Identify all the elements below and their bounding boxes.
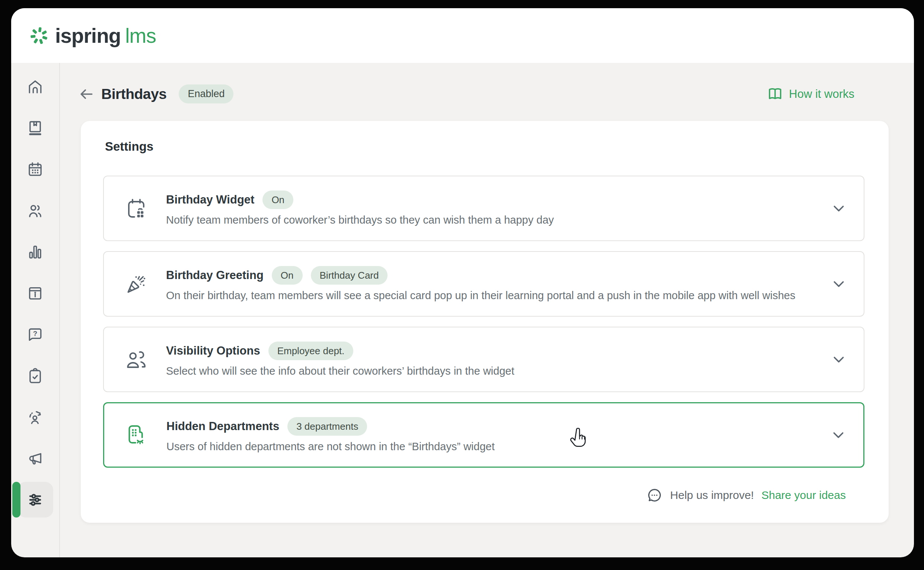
chat-question-icon: ?: [26, 326, 44, 343]
chevron-down-icon: [832, 202, 845, 215]
settings-cards: Birthday Widget On Notify team members o…: [103, 176, 864, 468]
card-title: Visibility Options: [166, 344, 260, 357]
sidebar-item-settings[interactable]: [17, 482, 53, 518]
card-body: Birthday Greeting On Birthday Card On th…: [166, 266, 821, 302]
sidebar-item-reports[interactable]: [17, 234, 53, 270]
page-title: Birthdays: [101, 86, 166, 102]
how-it-works-link[interactable]: How it works: [767, 86, 854, 102]
hidden-building-icon: [125, 423, 149, 447]
speech-bubble-dots-icon: [646, 487, 663, 503]
main-content: Birthdays Enabled How it works Settings: [61, 63, 914, 557]
feedback-footer: Help us improve! Share your ideas: [646, 487, 846, 503]
expand-chevron[interactable]: [832, 202, 845, 215]
calendar-icon: [26, 161, 44, 178]
back-arrow-icon: [78, 86, 95, 102]
card-description: Users of hidden departments are not show…: [166, 441, 821, 453]
sliders-icon: [26, 491, 44, 509]
card-badge: On: [272, 266, 303, 285]
card-title: Birthday Widget: [166, 193, 254, 207]
sidebar-nav: ?: [11, 63, 60, 557]
bar-chart-icon: [26, 243, 44, 261]
party-popper-icon: [124, 272, 148, 296]
clipboard-check-icon: [26, 367, 44, 385]
expand-chevron[interactable]: [832, 277, 845, 290]
settings-heading: Settings: [105, 139, 153, 154]
sidebar-item-users[interactable]: [17, 193, 53, 228]
card-badge: On: [262, 190, 293, 209]
card-badge: 3 departments: [287, 417, 367, 436]
card-visibility-options[interactable]: Visibility Options Employee dept. Select…: [103, 327, 864, 392]
ispring-lms-logo[interactable]: ispringlms: [29, 24, 156, 48]
top-bar: ispringlms: [11, 8, 914, 63]
card-description: Select who will see the info about their…: [166, 365, 821, 377]
active-indicator: [12, 482, 20, 518]
card-description: Notify team members of coworker’s birthd…: [166, 214, 821, 226]
people-icon: [124, 348, 148, 371]
sidebar-item-tasks[interactable]: [17, 358, 53, 394]
svg-text:?: ?: [33, 329, 37, 337]
expand-chevron[interactable]: [832, 429, 845, 441]
expand-chevron[interactable]: [832, 353, 845, 366]
card-body: Birthday Widget On Notify team members o…: [166, 190, 821, 226]
chevron-down-icon: [832, 353, 845, 366]
settings-panel: Settings: [81, 121, 889, 523]
sidebar-item-360-review[interactable]: [17, 399, 53, 435]
sidebar-item-home[interactable]: [17, 69, 53, 104]
chevron-down-icon: [832, 277, 845, 290]
logo-suffix: lms: [125, 24, 156, 48]
card-badge: Employee dept.: [269, 342, 354, 360]
status-badge: Enabled: [179, 84, 233, 103]
card-title: Hidden Departments: [166, 420, 279, 433]
how-it-works-label: How it works: [789, 87, 854, 101]
sidebar-item-questions[interactable]: ?: [17, 317, 53, 352]
card-body: Hidden Departments 3 departments Users o…: [166, 417, 821, 453]
card-birthday-greeting[interactable]: Birthday Greeting On Birthday Card On th…: [103, 251, 864, 317]
back-button[interactable]: [78, 86, 95, 103]
open-book-icon: [767, 86, 783, 102]
home-icon: [26, 78, 44, 96]
logo-word: ispring: [55, 24, 121, 48]
sidebar-item-courses[interactable]: [17, 110, 53, 146]
sidebar-item-calendar[interactable]: [17, 152, 53, 187]
book-icon: [26, 120, 44, 137]
sidebar-item-info[interactable]: [17, 275, 53, 311]
feedback-text: Help us improve!: [670, 489, 754, 501]
birthday-calendar-icon: [124, 196, 148, 220]
card-body: Visibility Options Employee dept. Select…: [166, 342, 821, 377]
card-birthday-widget[interactable]: Birthday Widget On Notify team members o…: [103, 176, 864, 241]
card-title: Birthday Greeting: [166, 269, 264, 282]
info-window-icon: [26, 285, 44, 302]
card-description: On their birthday, team members will see…: [166, 290, 821, 302]
logo-text: ispringlms: [55, 24, 156, 48]
card-hidden-departments[interactable]: Hidden Departments 3 departments Users o…: [103, 402, 864, 468]
megaphone-icon: [26, 450, 44, 467]
card-badge: Birthday Card: [311, 266, 388, 285]
page-header: Birthdays Enabled How it works: [61, 63, 914, 103]
person-sync-icon: [26, 409, 44, 426]
share-ideas-link[interactable]: Share your ideas: [761, 489, 846, 501]
chevron-down-icon: [832, 429, 845, 441]
app-window: ispringlms: [11, 8, 914, 557]
ispring-flower-icon: [29, 26, 49, 46]
users-icon: [26, 202, 44, 219]
sidebar-item-announcements[interactable]: [17, 441, 53, 476]
